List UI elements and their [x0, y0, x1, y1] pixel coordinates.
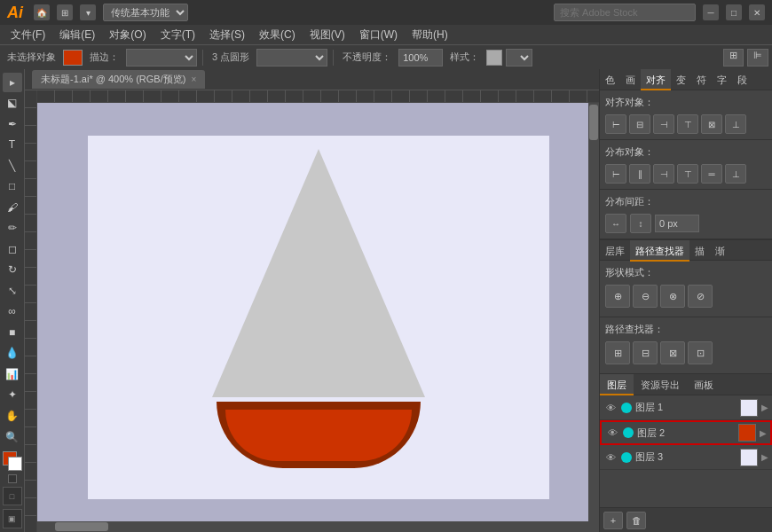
para-tab[interactable]: 段	[732, 69, 752, 90]
horizontal-scrollbar[interactable]	[37, 521, 588, 532]
gradient-tab[interactable]: 渐	[710, 240, 730, 262]
eye-icon-3[interactable]: 👁	[603, 450, 618, 465]
eye-icon-2[interactable]: 👁	[605, 426, 619, 440]
zoom-tool[interactable]: 🔍	[3, 427, 22, 447]
minimize-btn[interactable]: ─	[703, 4, 719, 20]
blend-tool[interactable]: ∞	[3, 302, 22, 322]
dist-top-btn[interactable]: ⊤	[677, 164, 698, 184]
swatch-tab[interactable]: 画	[620, 69, 641, 90]
pencil-tool[interactable]: ✏	[3, 219, 22, 239]
layer-row-2[interactable]: 👁 图层 2 ▶	[600, 420, 772, 445]
bright-red-base[interactable]	[225, 410, 412, 461]
rect-tool[interactable]: □	[3, 177, 22, 197]
close-btn[interactable]: ✕	[749, 4, 765, 20]
align-bottom-btn[interactable]: ⊥	[725, 114, 746, 134]
new-layer-btn[interactable]: +	[603, 512, 623, 529]
grid-view-btn[interactable]: ⊞	[723, 49, 744, 66]
document-tab[interactable]: 未标题-1.ai* @ 400% (RGB/预览) ×	[32, 70, 205, 89]
maximize-btn[interactable]: □	[726, 4, 742, 20]
crop-btn[interactable]: ⊡	[688, 341, 713, 364]
style-box[interactable]	[486, 50, 502, 66]
layer-expand-1[interactable]: ▶	[761, 403, 768, 412]
eye-icon-1[interactable]: 👁	[603, 401, 618, 415]
font-tab[interactable]: 字	[712, 69, 732, 90]
dist-center-v-btn[interactable]: ═	[701, 164, 722, 184]
transform-tab[interactable]: 变	[671, 69, 691, 90]
type-tool[interactable]: T	[3, 136, 22, 155]
eyedropper-tool[interactable]: 💧	[3, 344, 22, 364]
menu-item-f[interactable]: 文件(F)	[4, 25, 52, 44]
spacing-input[interactable]	[655, 215, 699, 232]
dist-space-h-btn[interactable]: ↔	[605, 214, 626, 233]
vertical-scrollbar[interactable]	[588, 103, 599, 532]
align-right-btn[interactable]: ⊫	[747, 49, 768, 66]
search-stock-input[interactable]	[554, 4, 696, 21]
gradient-tool[interactable]: ■	[3, 323, 22, 342]
char-tab[interactable]: 符	[691, 69, 712, 90]
stroke-tab[interactable]: 描	[689, 240, 710, 262]
align-left-btn[interactable]: ⊢	[605, 114, 626, 134]
menu-item-c[interactable]: 效果(C)	[252, 25, 303, 44]
screen-mode-btn[interactable]: ▣	[3, 509, 22, 528]
stroke-selector[interactable]	[126, 49, 197, 66]
scale-tool[interactable]: ⤡	[3, 281, 22, 301]
grey-cone[interactable]	[212, 149, 425, 397]
none-color-btn[interactable]	[8, 474, 17, 483]
quick-mask-btn[interactable]: □	[3, 487, 22, 506]
align-right-btn2[interactable]: ⊣	[653, 114, 674, 134]
canvas-main[interactable]	[37, 90, 599, 532]
layer-row-3[interactable]: 👁 图层 3 ▶	[600, 445, 772, 470]
workspace-selector[interactable]: 传统基本功能	[103, 4, 188, 21]
background-color[interactable]	[8, 457, 22, 471]
layer-expand-3[interactable]: ▶	[761, 452, 768, 462]
dist-space-v-btn[interactable]: ↕	[630, 214, 651, 233]
workspace-dropdown-icon[interactable]: ▾	[80, 4, 96, 20]
exclude-btn[interactable]: ⊘	[688, 285, 713, 308]
select-tool[interactable]: ▸	[3, 73, 22, 92]
opacity-input[interactable]	[398, 49, 443, 66]
menu-item-h[interactable]: 帮助(H)	[405, 25, 455, 44]
align-tab[interactable]: 对齐	[641, 69, 671, 90]
layer-expand-2[interactable]: ▶	[760, 428, 767, 438]
brush-tool[interactable]: 🖌	[3, 198, 22, 217]
menu-item-o[interactable]: 对象(O)	[102, 25, 153, 44]
rotate-tool[interactable]: ↻	[3, 261, 22, 280]
artboard-tab[interactable]: 画板	[687, 374, 721, 395]
tab-close-btn[interactable]: ×	[191, 74, 196, 84]
direct-select-tool[interactable]: ⬕	[3, 94, 22, 113]
pen-tool[interactable]: ✒	[3, 114, 22, 134]
layers-lib-tab[interactable]: 层库	[600, 240, 630, 262]
align-center-v-btn[interactable]: ⊠	[701, 114, 722, 134]
align-top-btn[interactable]: ⊤	[677, 114, 698, 134]
hand-tool[interactable]: ✋	[3, 406, 22, 426]
chart-tool[interactable]: 📊	[3, 364, 22, 384]
fill-color-box[interactable]	[63, 50, 83, 66]
menu-item-w[interactable]: 窗口(W)	[352, 25, 405, 44]
home-icon[interactable]: 🏠	[34, 4, 50, 20]
menu-item-t[interactable]: 文字(T)	[154, 25, 202, 44]
menu-item-s[interactable]: 选择(S)	[202, 25, 252, 44]
delete-layer-btn[interactable]: 🗑	[626, 512, 646, 529]
align-center-h-btn[interactable]: ⊟	[629, 114, 650, 134]
vertical-scrollbar-thumb[interactable]	[589, 105, 598, 140]
eraser-tool[interactable]: ◻	[3, 239, 22, 259]
dist-center-h-btn[interactable]: ‖	[629, 164, 650, 184]
dist-bottom-btn[interactable]: ⊥	[725, 164, 746, 184]
divide-btn[interactable]: ⊞	[605, 341, 630, 364]
workspace-icon[interactable]: ⊞	[57, 4, 73, 20]
merge-btn[interactable]: ⊠	[660, 341, 685, 364]
dist-right-btn[interactable]: ⊣	[653, 164, 674, 184]
menu-item-e[interactable]: 编辑(E)	[52, 25, 102, 44]
menu-item-v[interactable]: 视图(V)	[303, 25, 352, 44]
trim-btn[interactable]: ⊟	[633, 341, 658, 364]
line-tool[interactable]: ╲	[3, 156, 22, 176]
layer-row-1[interactable]: 👁 图层 1 ▶	[600, 395, 772, 420]
minus-front-btn[interactable]: ⊖	[633, 285, 658, 308]
pathfinder-tab[interactable]: 路径查找器	[630, 240, 689, 262]
asset-export-tab[interactable]: 资源导出	[634, 374, 687, 395]
dist-left-btn[interactable]: ⊢	[605, 164, 626, 184]
brush-selector[interactable]	[256, 49, 327, 66]
color-boxes[interactable]	[3, 451, 22, 471]
unite-btn[interactable]: ⊕	[605, 285, 630, 308]
layers-tab[interactable]: 图层	[600, 374, 634, 395]
